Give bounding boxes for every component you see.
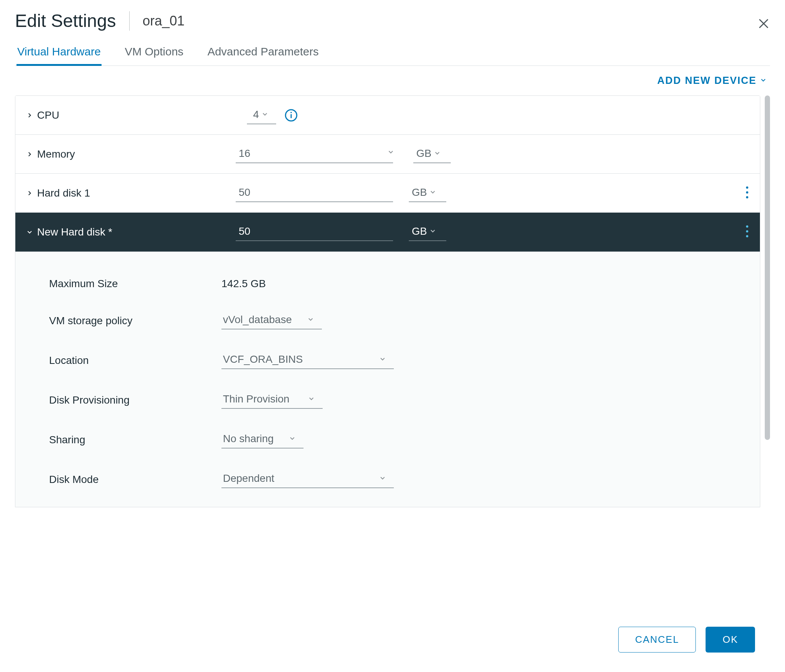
svg-point-10 (746, 235, 748, 237)
hardware-list: CPU 4 Memory G (15, 95, 760, 507)
memory-value-input[interactable] (236, 145, 393, 163)
tab-vm-options[interactable]: VM Options (124, 45, 185, 65)
detail-location: Location VCF_ORA_BINS (16, 341, 760, 380)
location-value: VCF_ORA_BINS (223, 353, 303, 365)
expand-toggle-hd1[interactable] (26, 189, 37, 197)
provisioning-label: Disk Provisioning (49, 394, 222, 406)
row-actions-new-hd[interactable] (746, 225, 749, 239)
row-label-memory: Memory (37, 148, 236, 160)
sharing-value: No sharing (223, 433, 274, 445)
new-hd-unit[interactable]: GB (412, 225, 427, 237)
chevron-down-icon (379, 472, 386, 485)
dialog-subtitle: ora_01 (142, 13, 185, 29)
dialog-footer: CANCEL OK (15, 614, 770, 661)
sharing-select[interactable]: No sharing (222, 431, 303, 449)
expand-toggle-new-hd[interactable] (26, 228, 37, 236)
vm-storage-select[interactable]: vVol_database (222, 312, 322, 329)
new-hd-value-input[interactable] (236, 223, 393, 241)
row-cpu: CPU 4 (16, 96, 760, 135)
detail-sharing: Sharing No sharing (16, 420, 760, 460)
hd1-unit[interactable]: GB (412, 186, 427, 198)
detail-max-size: Maximum Size 142.5 GB (16, 267, 760, 301)
chevron-down-icon (308, 393, 315, 405)
expand-toggle-cpu[interactable] (26, 112, 37, 119)
row-memory: Memory GB (16, 135, 760, 174)
chevron-down-icon (307, 314, 314, 326)
row-new-hard-disk: New Hard disk * GB (16, 213, 760, 252)
chevron-down-icon[interactable] (387, 148, 394, 157)
svg-point-7 (746, 196, 748, 198)
row-label-new-hd: New Hard disk * (37, 226, 236, 238)
chevron-down-icon (379, 353, 386, 365)
chevron-down-icon (289, 433, 296, 445)
sharing-label: Sharing (49, 434, 222, 446)
svg-point-8 (746, 225, 748, 228)
svg-point-5 (746, 186, 748, 189)
vm-storage-label: VM storage policy (49, 315, 222, 327)
disk-mode-select[interactable]: Dependent (222, 471, 394, 488)
cpu-value[interactable]: 4 (253, 109, 259, 120)
disk-mode-value: Dependent (223, 472, 274, 485)
disk-mode-label: Disk Mode (49, 474, 222, 486)
dialog-title: Edit Settings (15, 11, 116, 31)
chevron-down-icon[interactable] (429, 225, 436, 237)
detail-disk-mode: Disk Mode Dependent (16, 460, 760, 499)
detail-vm-storage-policy: VM storage policy vVol_database (16, 301, 760, 341)
location-select[interactable]: VCF_ORA_BINS (222, 352, 394, 369)
row-label-cpu: CPU (37, 109, 236, 121)
row-hard-disk-1: Hard disk 1 GB (16, 174, 760, 213)
tab-virtual-hardware[interactable]: Virtual Hardware (17, 45, 102, 66)
hardware-scroll-area: CPU 4 Memory G (15, 95, 770, 614)
provisioning-select[interactable]: Thin Provision (222, 391, 323, 409)
tabs-bar: Virtual Hardware VM Options Advanced Par… (15, 45, 770, 66)
edit-settings-dialog: Edit Settings ora_01 Virtual Hardware VM… (0, 0, 785, 672)
add-new-device-button[interactable]: ADD NEW DEVICE (657, 75, 767, 86)
cancel-button[interactable]: CANCEL (618, 627, 696, 653)
vm-storage-value: vVol_database (223, 314, 292, 326)
svg-point-6 (746, 191, 748, 193)
close-icon[interactable] (757, 17, 770, 31)
tab-advanced-parameters[interactable]: Advanced Parameters (207, 45, 320, 65)
dialog-header: Edit Settings ora_01 (15, 11, 770, 31)
expand-toggle-memory[interactable] (26, 151, 37, 158)
detail-disk-provisioning: Disk Provisioning Thin Provision (16, 380, 760, 420)
add-new-device-label: ADD NEW DEVICE (657, 75, 757, 86)
hd1-value-input[interactable] (236, 184, 393, 202)
chevron-down-icon[interactable] (429, 186, 436, 198)
memory-unit[interactable]: GB (416, 148, 431, 159)
location-label: Location (49, 354, 222, 366)
svg-point-4 (290, 112, 292, 113)
new-hard-disk-details: Maximum Size 142.5 GB VM storage policy … (16, 252, 760, 507)
provisioning-value: Thin Provision (223, 393, 289, 405)
add-device-row: ADD NEW DEVICE (15, 66, 770, 95)
row-actions-hd1[interactable] (746, 186, 749, 200)
ok-button[interactable]: OK (705, 627, 755, 653)
title-separator (129, 11, 130, 31)
scrollbar-thumb[interactable] (765, 95, 770, 440)
svg-point-9 (746, 230, 748, 232)
row-label-hd1: Hard disk 1 (37, 187, 236, 199)
max-size-label: Maximum Size (49, 278, 222, 290)
chevron-down-icon (760, 75, 767, 86)
max-size-value: 142.5 GB (222, 278, 266, 290)
chevron-down-icon[interactable] (433, 148, 441, 159)
info-icon[interactable] (285, 109, 298, 122)
chevron-down-icon[interactable] (261, 109, 269, 120)
